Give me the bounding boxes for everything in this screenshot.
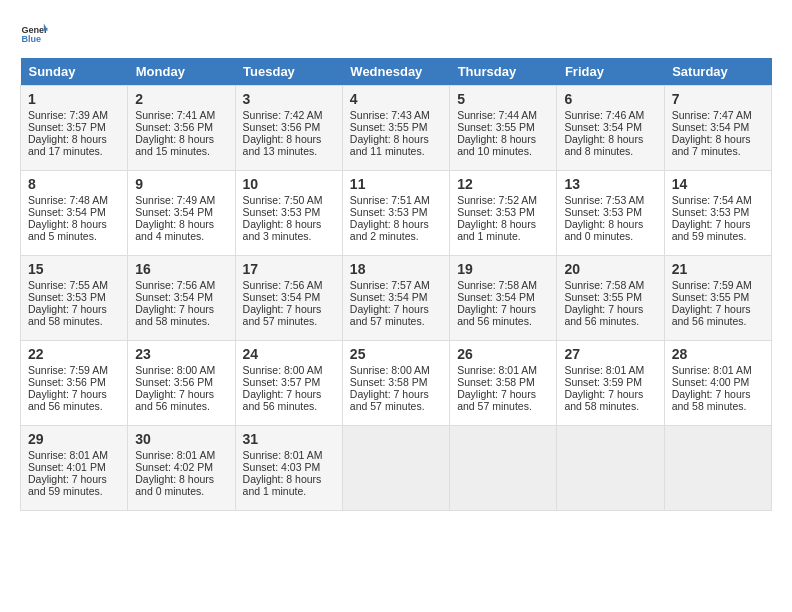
day-info-line: Sunset: 3:54 PM <box>135 206 227 218</box>
day-info-line: and 59 minutes. <box>672 230 764 242</box>
day-info-line: Daylight: 7 hours <box>243 388 335 400</box>
day-info-line: Sunrise: 7:57 AM <box>350 279 442 291</box>
day-info-line: Sunset: 3:56 PM <box>28 376 120 388</box>
calendar-cell: 16Sunrise: 7:56 AMSunset: 3:54 PMDayligh… <box>128 256 235 341</box>
day-info-line: and 56 minutes. <box>243 400 335 412</box>
week-row-5: 29Sunrise: 8:01 AMSunset: 4:01 PMDayligh… <box>21 426 772 511</box>
day-number: 5 <box>457 91 549 107</box>
day-info-line: Sunrise: 7:55 AM <box>28 279 120 291</box>
day-number: 14 <box>672 176 764 192</box>
day-number: 6 <box>564 91 656 107</box>
day-info-line: and 1 minute. <box>457 230 549 242</box>
day-number: 20 <box>564 261 656 277</box>
day-info-line: Sunset: 3:57 PM <box>243 376 335 388</box>
day-number: 1 <box>28 91 120 107</box>
col-header-thursday: Thursday <box>450 58 557 86</box>
calendar-cell: 25Sunrise: 8:00 AMSunset: 3:58 PMDayligh… <box>342 341 449 426</box>
day-info-line: Sunrise: 8:01 AM <box>457 364 549 376</box>
day-info-line: Sunrise: 7:43 AM <box>350 109 442 121</box>
day-number: 9 <box>135 176 227 192</box>
day-info-line: and 1 minute. <box>243 485 335 497</box>
day-info-line: Sunset: 3:54 PM <box>135 291 227 303</box>
day-info-line: and 5 minutes. <box>28 230 120 242</box>
day-info-line: Sunrise: 7:56 AM <box>135 279 227 291</box>
day-info-line: Sunrise: 7:51 AM <box>350 194 442 206</box>
col-header-wednesday: Wednesday <box>342 58 449 86</box>
day-info-line: Daylight: 8 hours <box>135 218 227 230</box>
day-info-line: Daylight: 8 hours <box>243 133 335 145</box>
day-info-line: Sunset: 3:57 PM <box>28 121 120 133</box>
day-info-line: Sunset: 3:53 PM <box>28 291 120 303</box>
day-info-line: and 15 minutes. <box>135 145 227 157</box>
day-info-line: and 17 minutes. <box>28 145 120 157</box>
week-row-1: 1Sunrise: 7:39 AMSunset: 3:57 PMDaylight… <box>21 86 772 171</box>
calendar-cell: 8Sunrise: 7:48 AMSunset: 3:54 PMDaylight… <box>21 171 128 256</box>
calendar-cell: 14Sunrise: 7:54 AMSunset: 3:53 PMDayligh… <box>664 171 771 256</box>
day-info-line: and 4 minutes. <box>135 230 227 242</box>
day-info-line: and 10 minutes. <box>457 145 549 157</box>
day-info-line: Daylight: 7 hours <box>28 388 120 400</box>
week-row-4: 22Sunrise: 7:59 AMSunset: 3:56 PMDayligh… <box>21 341 772 426</box>
day-info-line: Daylight: 7 hours <box>672 218 764 230</box>
day-info-line: Sunset: 3:53 PM <box>564 206 656 218</box>
day-info-line: and 56 minutes. <box>457 315 549 327</box>
day-number: 24 <box>243 346 335 362</box>
day-number: 11 <box>350 176 442 192</box>
day-info-line: Sunrise: 8:01 AM <box>672 364 764 376</box>
day-info-line: Daylight: 8 hours <box>28 218 120 230</box>
day-info-line: Daylight: 8 hours <box>28 133 120 145</box>
day-info-line: Sunset: 3:54 PM <box>672 121 764 133</box>
day-number: 4 <box>350 91 442 107</box>
day-info-line: Daylight: 7 hours <box>672 303 764 315</box>
day-number: 7 <box>672 91 764 107</box>
day-info-line: Sunset: 3:55 PM <box>564 291 656 303</box>
calendar-cell: 10Sunrise: 7:50 AMSunset: 3:53 PMDayligh… <box>235 171 342 256</box>
day-info-line: Sunset: 3:54 PM <box>243 291 335 303</box>
day-number: 21 <box>672 261 764 277</box>
day-info-line: Daylight: 7 hours <box>350 303 442 315</box>
col-header-tuesday: Tuesday <box>235 58 342 86</box>
day-info-line: and 56 minutes. <box>672 315 764 327</box>
day-info-line: Sunrise: 7:58 AM <box>457 279 549 291</box>
day-number: 29 <box>28 431 120 447</box>
day-number: 31 <box>243 431 335 447</box>
day-number: 27 <box>564 346 656 362</box>
calendar-cell: 6Sunrise: 7:46 AMSunset: 3:54 PMDaylight… <box>557 86 664 171</box>
day-info-line: Daylight: 8 hours <box>672 133 764 145</box>
calendar-cell <box>664 426 771 511</box>
calendar-cell <box>450 426 557 511</box>
day-info-line: Sunrise: 7:44 AM <box>457 109 549 121</box>
day-info-line: and 57 minutes. <box>243 315 335 327</box>
calendar-cell: 21Sunrise: 7:59 AMSunset: 3:55 PMDayligh… <box>664 256 771 341</box>
day-info-line: Sunrise: 7:50 AM <box>243 194 335 206</box>
day-info-line: Daylight: 7 hours <box>135 303 227 315</box>
day-info-line: and 2 minutes. <box>350 230 442 242</box>
day-info-line: Sunset: 3:54 PM <box>350 291 442 303</box>
day-info-line: Sunset: 3:55 PM <box>350 121 442 133</box>
day-info-line: Sunrise: 7:59 AM <box>672 279 764 291</box>
day-info-line: and 56 minutes. <box>564 315 656 327</box>
day-info-line: Sunrise: 8:01 AM <box>28 449 120 461</box>
day-info-line: Daylight: 7 hours <box>457 303 549 315</box>
day-info-line: and 58 minutes. <box>135 315 227 327</box>
day-number: 17 <box>243 261 335 277</box>
calendar-table: SundayMondayTuesdayWednesdayThursdayFrid… <box>20 58 772 511</box>
calendar-cell <box>557 426 664 511</box>
calendar-cell: 20Sunrise: 7:58 AMSunset: 3:55 PMDayligh… <box>557 256 664 341</box>
calendar-cell: 3Sunrise: 7:42 AMSunset: 3:56 PMDaylight… <box>235 86 342 171</box>
calendar-cell: 5Sunrise: 7:44 AMSunset: 3:55 PMDaylight… <box>450 86 557 171</box>
day-info-line: Sunrise: 7:48 AM <box>28 194 120 206</box>
day-info-line: Sunset: 4:01 PM <box>28 461 120 473</box>
calendar-cell: 29Sunrise: 8:01 AMSunset: 4:01 PMDayligh… <box>21 426 128 511</box>
day-info-line: Daylight: 8 hours <box>564 218 656 230</box>
day-number: 22 <box>28 346 120 362</box>
day-info-line: Sunset: 3:56 PM <box>243 121 335 133</box>
day-info-line: Sunrise: 7:54 AM <box>672 194 764 206</box>
logo-icon: General Blue <box>20 20 48 48</box>
day-info-line: and 0 minutes. <box>135 485 227 497</box>
day-info-line: Sunrise: 7:41 AM <box>135 109 227 121</box>
day-number: 3 <box>243 91 335 107</box>
day-info-line: Sunset: 3:53 PM <box>243 206 335 218</box>
calendar-cell: 30Sunrise: 8:01 AMSunset: 4:02 PMDayligh… <box>128 426 235 511</box>
day-info-line: Sunset: 3:55 PM <box>457 121 549 133</box>
